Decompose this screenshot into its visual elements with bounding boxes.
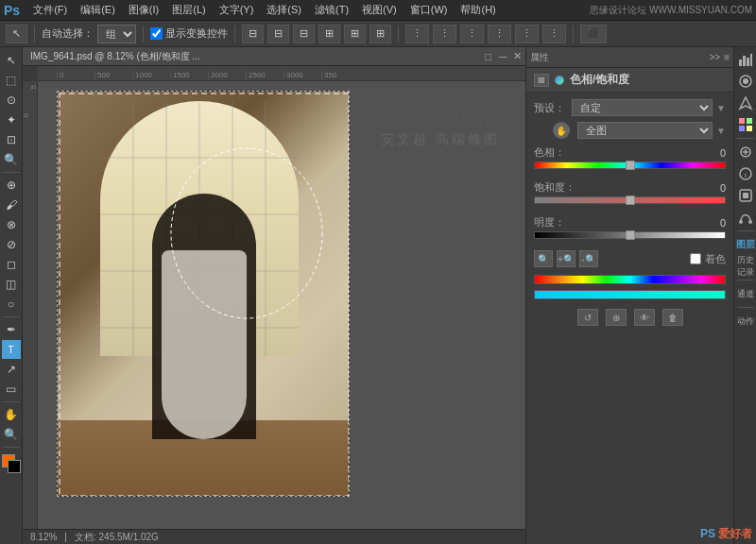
properties-expand-btn[interactable]: >> bbox=[709, 52, 720, 62]
background-color[interactable] bbox=[8, 460, 21, 473]
light-slider-track[interactable] bbox=[534, 231, 726, 241]
ruler-mark-2500: 2500 bbox=[246, 71, 284, 79]
distribute-btn4[interactable]: ⋮ bbox=[488, 25, 511, 43]
paths-icon-btn[interactable] bbox=[735, 207, 756, 228]
properties-menu-btn[interactable]: ≡ bbox=[724, 52, 730, 62]
eyedropper-row: 🔍 +🔍 -🔍 着色 bbox=[526, 246, 733, 271]
pen-tool[interactable]: ✒ bbox=[2, 320, 21, 339]
colorize-checkbox[interactable] bbox=[690, 253, 701, 264]
adjustments-icon-btn[interactable] bbox=[735, 142, 756, 162]
sat-slider-thumb[interactable] bbox=[626, 196, 635, 205]
lightness-label: 明度： bbox=[534, 215, 565, 230]
menu-filter[interactable]: 滤镜(T) bbox=[309, 2, 354, 18]
swatches-icon-btn[interactable] bbox=[735, 114, 756, 135]
channels-icon-btn[interactable]: 通道 bbox=[735, 283, 756, 304]
eraser-tool[interactable]: ◻ bbox=[2, 255, 21, 274]
huesat-color-icon bbox=[555, 76, 564, 85]
menu-edit[interactable]: 编辑(E) bbox=[75, 2, 121, 18]
canvas-status-bar: 8.12% | 文档: 245.5M/1.02G bbox=[23, 529, 525, 544]
toolbar: ↖ 自动选择： 组 显示变换控件 ⊟ ⊟ ⊟ ⊞ ⊞ ⊞ ⋮ ⋮ ⋮ ⋮ ⋮ ⋮… bbox=[0, 21, 756, 47]
distribute-btn2[interactable]: ⋮ bbox=[433, 25, 456, 43]
hand-tool[interactable]: ✋ bbox=[2, 405, 21, 424]
align-top-btn[interactable]: ⊞ bbox=[318, 25, 340, 43]
arrange-btn[interactable]: ⬛ bbox=[580, 25, 607, 43]
channel-hand-icon[interactable]: ✋ bbox=[553, 122, 570, 139]
move-tool-btn[interactable]: ↖ bbox=[6, 25, 27, 43]
channels-label: 通道 bbox=[737, 288, 754, 300]
align-right-btn[interactable]: ⊟ bbox=[293, 25, 315, 43]
tab-minimize-btn[interactable]: ─ bbox=[499, 51, 507, 62]
histogram-icon-btn[interactable] bbox=[735, 49, 756, 70]
menu-text[interactable]: 文字(Y) bbox=[214, 2, 260, 18]
lasso-tool[interactable]: ⊙ bbox=[2, 91, 21, 110]
align-bottom-btn[interactable]: ⊞ bbox=[369, 25, 391, 43]
show-transform-checkbox[interactable] bbox=[150, 27, 163, 40]
show-transform-label[interactable]: 显示变换控件 bbox=[150, 26, 228, 41]
channel-dropdown[interactable]: 全图 bbox=[577, 122, 713, 139]
menu-file[interactable]: 文件(F) bbox=[27, 2, 73, 18]
history-icon-btn[interactable]: 历史记录 bbox=[735, 256, 756, 277]
info-icon-btn[interactable]: i bbox=[735, 163, 756, 184]
eyedropper-add-btn[interactable]: +🔍 bbox=[557, 250, 576, 267]
icon-sep-1 bbox=[737, 138, 754, 139]
crop-tool[interactable]: ⊡ bbox=[2, 130, 21, 149]
menu-view[interactable]: 视图(V) bbox=[356, 2, 403, 18]
canvas-inner[interactable]: anwenchao 安文超 高端修图 AN WENCHAO HIGH-END G… bbox=[38, 81, 525, 529]
canvas-tab: IMG_9641.psd @ 8.12% (色相/饱和度 ... □ ─ ✕ bbox=[23, 47, 525, 66]
ruler-mark-500: 500 bbox=[94, 71, 132, 79]
menu-help[interactable]: 帮助(H) bbox=[455, 2, 501, 18]
hue-slider-thumb[interactable] bbox=[626, 161, 635, 170]
selection-tool[interactable]: ⬚ bbox=[2, 71, 21, 90]
clone-tool[interactable]: ⊗ bbox=[2, 215, 21, 234]
reset-btn[interactable]: ↺ bbox=[577, 309, 598, 326]
menu-image[interactable]: 图像(I) bbox=[123, 2, 164, 18]
menu-window[interactable]: 窗口(W) bbox=[404, 2, 454, 18]
dodge-tool[interactable]: ○ bbox=[2, 295, 21, 314]
light-slider-thumb[interactable] bbox=[626, 230, 635, 240]
clip-btn[interactable]: ⊕ bbox=[606, 309, 627, 326]
align-left-btn[interactable]: ⊟ bbox=[242, 25, 264, 43]
actions-icon-btn[interactable]: 动作 bbox=[735, 311, 756, 332]
zoom-tool[interactable]: 🔍 bbox=[2, 425, 21, 444]
align-middle-btn[interactable]: ⊞ bbox=[344, 25, 366, 43]
brush-tool[interactable]: 🖌 bbox=[2, 196, 21, 214]
tab-maximize-btn[interactable]: □ bbox=[485, 51, 491, 62]
color-swatches[interactable] bbox=[2, 454, 21, 477]
gradient-tool[interactable]: ◫ bbox=[2, 275, 21, 294]
eyedropper-tool[interactable]: 🔍 bbox=[2, 150, 21, 169]
spot-heal-tool[interactable]: ⊕ bbox=[2, 176, 21, 195]
sat-slider-track[interactable] bbox=[534, 196, 726, 206]
navigator-icon-btn[interactable] bbox=[735, 93, 756, 113]
watermark: 思缘设计论坛 WWW.MISSYUAN.COM bbox=[590, 4, 752, 17]
eyedropper-sub-btn[interactable]: -🔍 bbox=[579, 250, 598, 267]
hue-slider-track[interactable] bbox=[534, 162, 726, 171]
distribute-btn1[interactable]: ⋮ bbox=[405, 25, 429, 43]
delete-btn[interactable]: 🗑 bbox=[662, 309, 683, 326]
view-btn[interactable]: 👁 bbox=[634, 309, 655, 326]
layers-icon-btn[interactable]: 图层 bbox=[735, 234, 756, 255]
quick-select-tool[interactable]: ✦ bbox=[2, 110, 21, 129]
move-tool[interactable]: ↖ bbox=[2, 51, 21, 70]
color-icon-btn[interactable] bbox=[735, 71, 756, 92]
menu-select[interactable]: 选择(S) bbox=[261, 2, 307, 18]
preset-dropdown[interactable]: 自定 bbox=[572, 99, 713, 116]
auto-select-dropdown[interactable]: 组 bbox=[97, 25, 136, 43]
shape-tool[interactable]: ▭ bbox=[2, 380, 21, 399]
align-center-btn[interactable]: ⊟ bbox=[267, 25, 289, 43]
styles-icon-btn[interactable] bbox=[735, 185, 756, 206]
distribute-btn5[interactable]: ⋮ bbox=[515, 25, 539, 43]
distribute-btn6[interactable]: ⋮ bbox=[542, 25, 566, 43]
eyedropper-btn[interactable]: 🔍 bbox=[534, 250, 553, 267]
path-select-tool[interactable]: ↗ bbox=[2, 360, 21, 379]
toolbar-sep-2 bbox=[143, 26, 144, 42]
sat-label-row: 饱和度： 0 bbox=[534, 180, 726, 195]
history-brush-tool[interactable]: ⊘ bbox=[2, 235, 21, 254]
distribute-btn3[interactable]: ⋮ bbox=[460, 25, 484, 43]
ruler-left: 051122 bbox=[23, 81, 38, 529]
canvas-doc-info: 文档: 245.5M/1.02G bbox=[75, 531, 159, 544]
menu-layer[interactable]: 图层(L) bbox=[166, 2, 211, 18]
svg-rect-23 bbox=[747, 126, 752, 131]
text-tool[interactable]: T bbox=[2, 340, 21, 359]
light-slider-container: 明度： 0 bbox=[526, 212, 733, 246]
tab-close-btn[interactable]: ✕ bbox=[513, 50, 522, 62]
